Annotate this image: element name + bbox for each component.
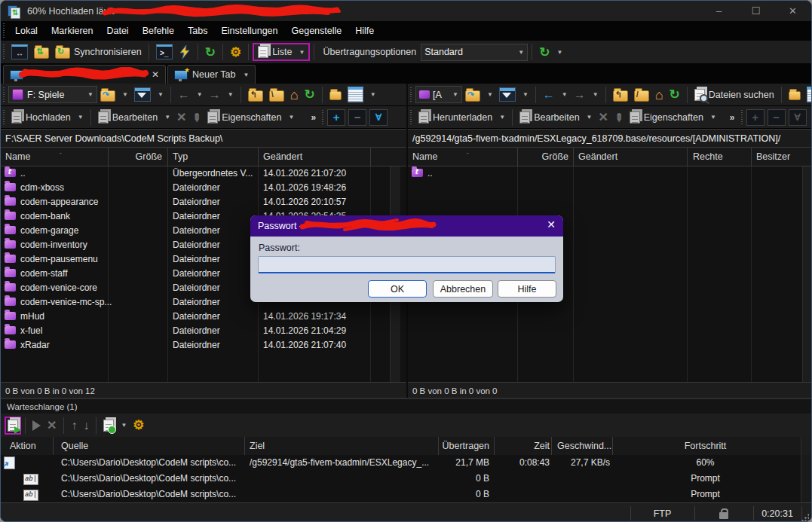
column-modified[interactable]: Geändert	[263, 151, 302, 162]
synchronize-button[interactable]: ↻ Synchronisieren	[52, 44, 145, 60]
back-button[interactable]: ←▼	[175, 87, 206, 102]
column-size[interactable]: Größe	[522, 151, 568, 162]
refresh-panel-button[interactable]: ↻	[666, 87, 683, 102]
menu-item[interactable]: Tabs	[181, 23, 214, 39]
toolbar-overflow-chevron[interactable]: »	[311, 113, 316, 122]
home-directory-button[interactable]: ⌂	[652, 87, 666, 103]
cancel-button[interactable]: Abbrechen	[433, 280, 493, 298]
menu-item[interactable]: Einstellungen	[214, 23, 284, 39]
queue-move-up-button[interactable]: ↑	[68, 418, 80, 433]
queue-preferences-button[interactable]: ⚙	[130, 417, 147, 433]
transfer-preset-select[interactable]: Standard ▼	[421, 44, 528, 61]
session-tab-active[interactable]: ✕	[3, 65, 166, 84]
queue-delete-button[interactable]: ✕	[44, 418, 60, 433]
forward-button[interactable]: →▼	[571, 87, 602, 102]
copy-path-button[interactable]	[786, 87, 804, 102]
queue-process-button[interactable]: ▼	[100, 418, 130, 433]
menubar-grip[interactable]	[3, 23, 6, 38]
column-name[interactable]: Name	[5, 151, 30, 162]
select-files-button[interactable]: +	[746, 109, 765, 126]
queue-show-toggle[interactable]	[5, 417, 21, 435]
queue-header[interactable]: Warteschlange (1)	[1, 398, 811, 414]
invert-selection-button[interactable]: ∀	[789, 109, 807, 126]
column-transferred[interactable]: Übertragen	[438, 441, 489, 451]
close-tab-icon[interactable]: ✕	[152, 69, 159, 80]
queue-resume-button[interactable]	[29, 419, 44, 432]
open-terminal-button[interactable]: >_	[153, 43, 176, 61]
rename-button[interactable]: ✎	[611, 111, 627, 124]
drive-select[interactable]: F: Spiele ▼	[8, 86, 97, 103]
home-directory-button[interactable]: ⌂	[287, 87, 302, 103]
properties-button[interactable]: Eigenschaften▼	[627, 110, 719, 125]
filter-button[interactable]: ▼	[131, 86, 167, 103]
column-type[interactable]: Typ	[173, 151, 188, 162]
properties-button[interactable]: Eigenschaften▼	[204, 110, 297, 125]
refresh-button[interactable]: ↻	[202, 44, 219, 60]
root-directory-button[interactable]: /	[631, 87, 652, 103]
file-row[interactable]: mHud Dateiordner 14.01.2026 19:17:34	[1, 310, 406, 324]
ok-button[interactable]: OK	[368, 280, 427, 298]
open-directory-button[interactable]: ↷▼	[462, 87, 496, 103]
panel-layout-button[interactable]: Liste ▼	[253, 43, 310, 61]
column-owner[interactable]: Besitzer	[756, 151, 790, 162]
column-progress[interactable]: Fortschritt	[612, 441, 798, 451]
menu-item[interactable]: Gegenstelle	[285, 23, 349, 39]
transfer-settings-button[interactable]: ↻ ▼	[536, 44, 565, 60]
root-directory-button[interactable]: \	[266, 87, 287, 103]
delete-button[interactable]: ✕	[596, 110, 611, 125]
view-style-button[interactable]: ▼	[345, 85, 379, 104]
unselect-files-button[interactable]: −	[348, 109, 366, 126]
column-name[interactable]: Name	[412, 151, 437, 162]
column-speed[interactable]: Geschwind...	[557, 441, 611, 451]
edit-button[interactable]: Bearbeiten▼	[516, 110, 595, 125]
new-tab-button[interactable]: ★ Neuer Tab ▼	[167, 65, 256, 84]
minimize-button[interactable]: –	[700, 1, 737, 21]
toolbar-overflow-chevron[interactable]: »	[730, 113, 735, 122]
local-path-bar[interactable]: F:\SAER Server Downloads\CodeM Scripts B…	[1, 129, 406, 148]
file-row[interactable]: ..	[408, 166, 812, 181]
forward-button[interactable]: →▼	[206, 87, 237, 102]
copy-path-button[interactable]	[326, 87, 345, 102]
parent-directory-button[interactable]: ↰	[245, 87, 266, 103]
queue-move-down-button[interactable]: ↓	[80, 418, 92, 433]
upload-button[interactable]: Hochladen▼	[8, 110, 87, 125]
queue-row[interactable]: C:\Users\Dario\Desktop\CodeM scripts\co.…	[1, 455, 811, 471]
find-files-button[interactable]: Dateien suchen	[691, 87, 777, 102]
synchronize-browsing-button[interactable]: ⇅	[31, 44, 52, 60]
maximize-button[interactable]: ☐	[737, 1, 774, 21]
encryption-cell[interactable]	[694, 503, 753, 522]
remote-scrollbar[interactable]	[802, 166, 812, 382]
dialog-close-icon[interactable]: ✕	[547, 218, 556, 230]
rename-button[interactable]: ✎	[189, 111, 204, 124]
menu-item[interactable]: Befehle	[136, 23, 181, 39]
menu-item[interactable]: Markieren	[44, 23, 100, 39]
back-button[interactable]: ←▼	[540, 87, 571, 102]
filter-button[interactable]: ▼	[496, 86, 532, 103]
queue-scrollbar[interactable]	[801, 437, 811, 455]
invert-selection-button[interactable]: ∀	[369, 109, 388, 126]
file-row[interactable]: cdm-xboss Dateiordner 14.01.2026 19:48:2…	[1, 181, 406, 195]
preferences-button[interactable]: ⚙	[227, 44, 244, 60]
menu-item[interactable]: Lokal	[8, 23, 44, 39]
column-modified[interactable]: Geändert	[578, 151, 617, 162]
file-row[interactable]: .. Übergeordnetes V... 14.01.2026 21:07:…	[1, 166, 406, 181]
protocol-cell[interactable]: FTP	[630, 503, 694, 522]
column-target[interactable]: Ziel	[250, 441, 265, 451]
column-source[interactable]: Quelle	[61, 441, 88, 451]
column-size[interactable]: Größe	[112, 151, 162, 162]
column-rights[interactable]: Rechte	[693, 151, 723, 162]
menu-item[interactable]: Hilfe	[348, 23, 381, 39]
dialog-title-bar[interactable]: Passwort – ✕	[250, 215, 563, 237]
delete-button[interactable]: ✕	[173, 110, 189, 125]
queue-row[interactable]: ab| C:\Users\Dario\Desktop\CodeM scripts…	[1, 487, 811, 502]
edit-button[interactable]: Bearbeiten▼	[95, 110, 173, 125]
column-action[interactable]: Aktion	[10, 441, 36, 451]
queue-row[interactable]: ab| C:\Users\Dario\Desktop\CodeM scripts…	[1, 471, 811, 487]
download-button[interactable]: Herunterladen▼	[415, 110, 508, 125]
file-row[interactable]: codem-appearance Dateiordner 14.01.2026 …	[1, 195, 406, 209]
menu-item[interactable]: Datei	[100, 23, 135, 39]
open-directory-button[interactable]: ↷▼	[97, 87, 131, 103]
swap-panels-button[interactable]: ↔	[8, 43, 31, 61]
remote-directory-select[interactable]: [A ▼	[415, 86, 462, 103]
password-input[interactable]	[258, 256, 556, 273]
